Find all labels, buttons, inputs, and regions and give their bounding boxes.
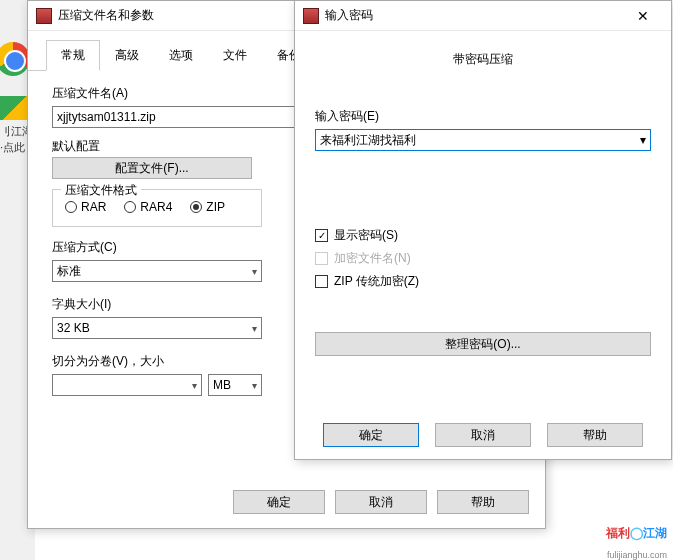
winrar-icon (36, 8, 52, 24)
chevron-down-icon: ▾ (192, 380, 197, 391)
radio-rar[interactable]: RAR (65, 200, 106, 214)
tab-files[interactable]: 文件 (208, 40, 262, 71)
password-label: 输入密码(E) (315, 108, 651, 125)
format-group-title: 压缩文件格式 (61, 182, 141, 199)
maps-icon[interactable] (0, 96, 30, 120)
split-size-select[interactable]: ▾ (52, 374, 202, 396)
cancel-button[interactable]: 取消 (435, 423, 531, 447)
winrar-icon (303, 8, 319, 24)
chevron-down-icon: ▾ (252, 266, 257, 277)
ok-button[interactable]: 确定 (233, 490, 325, 514)
radio-zip[interactable]: ZIP (190, 200, 225, 214)
chevron-down-icon: ▾ (640, 133, 646, 147)
tab-general[interactable]: 常规 (46, 40, 100, 71)
titlebar[interactable]: 输入密码 ✕ (295, 1, 671, 31)
tab-options[interactable]: 选项 (154, 40, 208, 71)
profile-button[interactable]: 配置文件(F)... (52, 157, 252, 179)
watermark: 福利◯江湖 (606, 521, 667, 542)
subtitle: 带密码压缩 (315, 51, 651, 68)
format-group: 压缩文件格式 RAR RAR4 ZIP (52, 189, 262, 227)
split-unit-select[interactable]: MB▾ (208, 374, 262, 396)
organize-passwords-button[interactable]: 整理密码(O)... (315, 332, 651, 356)
help-button[interactable]: 帮助 (437, 490, 529, 514)
ok-button[interactable]: 确定 (323, 423, 419, 447)
close-icon[interactable]: ✕ (623, 2, 663, 30)
zip-legacy-checkbox[interactable]: ZIP 传统加密(Z) (315, 273, 651, 290)
watermark-url: fulijianghu.com (607, 550, 667, 560)
help-button[interactable]: 帮助 (547, 423, 643, 447)
window-title: 输入密码 (325, 7, 623, 24)
tab-advanced[interactable]: 高级 (100, 40, 154, 71)
dialog-footer: 确定 取消 帮助 (233, 490, 529, 514)
window-body: 带密码压缩 输入密码(E) 来福利江湖找福利 ▾ ✓显示密码(S) 加密文件名(… (295, 31, 671, 370)
show-password-checkbox[interactable]: ✓显示密码(S) (315, 227, 651, 244)
radio-rar4[interactable]: RAR4 (124, 200, 172, 214)
method-select[interactable]: 标准▾ (52, 260, 262, 282)
dict-select[interactable]: 32 KB▾ (52, 317, 262, 339)
encrypt-names-checkbox: 加密文件名(N) (315, 250, 651, 267)
default-config-label: 默认配置 (52, 138, 100, 155)
desktop-label: ·点此 (0, 140, 25, 155)
chevron-down-icon: ▾ (252, 323, 257, 334)
password-input[interactable]: 来福利江湖找福利 ▾ (315, 129, 651, 151)
cancel-button[interactable]: 取消 (335, 490, 427, 514)
dialog-footer: 确定 取消 帮助 (295, 423, 671, 447)
chevron-down-icon: ▾ (252, 380, 257, 391)
password-window: 输入密码 ✕ 带密码压缩 输入密码(E) 来福利江湖找福利 ▾ ✓显示密码(S)… (294, 0, 672, 460)
